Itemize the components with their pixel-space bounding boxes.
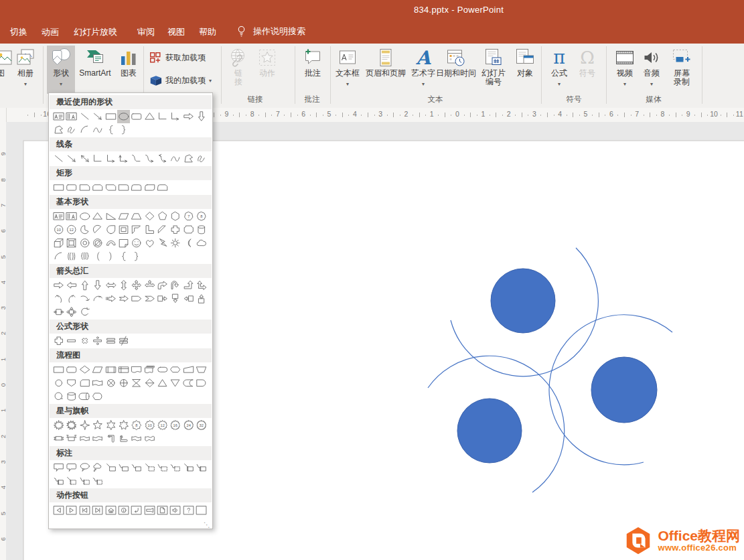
- shape-star-6-point[interactable]: [104, 419, 117, 431]
- shape-oval[interactable]: [117, 110, 130, 123]
- shape-line-arrow[interactable]: [65, 152, 78, 165]
- shape-arrow-curved-right[interactable]: [65, 292, 78, 305]
- shape-line[interactable]: [52, 152, 65, 165]
- shape-arrow-callout-up[interactable]: [195, 292, 208, 305]
- shape-plus[interactable]: [52, 334, 65, 347]
- shape-callout-cloud[interactable]: [91, 461, 104, 474]
- shape-left-brace[interactable]: [104, 123, 117, 136]
- menu-tab-0[interactable]: 切换: [10, 26, 27, 38]
- shape-ribbon-tilted-down[interactable]: [65, 432, 78, 445]
- shape-round-single-corner-rectangle[interactable]: [117, 181, 130, 194]
- shape-callout-line-2-no-border-accent[interactable]: [78, 474, 91, 487]
- shape-line[interactable]: [78, 110, 91, 123]
- shape-arrow-circular[interactable]: [78, 305, 91, 318]
- shape-freeform[interactable]: [182, 152, 195, 165]
- shape-elbow-arrow-connector[interactable]: [104, 152, 117, 165]
- shape-action-back[interactable]: [52, 504, 65, 516]
- shape-vertical-text-box[interactable]: [65, 110, 78, 123]
- shape-terminator[interactable]: [156, 363, 169, 376]
- shape-action-information[interactable]: [117, 504, 130, 516]
- shape-moon[interactable]: [182, 236, 195, 249]
- shape-collate[interactable]: [130, 376, 143, 389]
- shape-arrow-callout-left-right[interactable]: [52, 305, 65, 318]
- shape-star-4-point[interactable]: [78, 419, 91, 431]
- shape-double-bracket[interactable]: [65, 250, 78, 263]
- shape-sun[interactable]: [169, 236, 182, 249]
- shape-elbow-arrow-connector[interactable]: [169, 110, 182, 123]
- shape-document[interactable]: [130, 363, 143, 376]
- shape-arrow-pentagon[interactable]: [130, 292, 143, 305]
- shape-double-wave[interactable]: [143, 432, 156, 445]
- shape-action-end[interactable]: [91, 504, 104, 516]
- shape-half-frame[interactable]: [130, 223, 143, 236]
- shape-bevel[interactable]: [65, 236, 78, 249]
- shape-arrow-callout-down[interactable]: [169, 292, 182, 305]
- shape-callout-line-3[interactable]: [130, 461, 143, 474]
- shape-minus[interactable]: [65, 334, 78, 347]
- shape-arrow-down[interactable]: [91, 279, 104, 291]
- shape-arrow-notched-right[interactable]: [117, 292, 130, 305]
- shape-callout-oval[interactable]: [78, 461, 91, 474]
- ribbon-button-chart[interactable]: 图表: [115, 46, 142, 91]
- shape-snip-diagonal-corner-rectangle[interactable]: [104, 181, 117, 194]
- shape-delay[interactable]: [195, 376, 208, 389]
- shape-star-24-point[interactable]: 24: [182, 419, 195, 431]
- shape-regular-pentagon[interactable]: [156, 210, 169, 222]
- shape-heart[interactable]: [143, 236, 156, 249]
- ribbon-button-wordart[interactable]: A艺术字▾: [408, 46, 438, 91]
- menu-tab-1[interactable]: 动画: [42, 26, 59, 38]
- ribbon-button-photo-album[interactable]: 相册▾: [11, 46, 40, 91]
- shape-arrow-chevron[interactable]: [143, 292, 156, 305]
- shape-lightning-bolt[interactable]: [156, 236, 169, 249]
- shape-or[interactable]: [117, 376, 130, 389]
- shape-action-forward[interactable]: [65, 504, 78, 516]
- shape-block-arc[interactable]: [104, 236, 117, 249]
- shape-curve[interactable]: [169, 152, 182, 165]
- shape-stored-data[interactable]: [182, 376, 195, 389]
- shape-predefined-process[interactable]: [104, 363, 117, 376]
- shape-elbow-connector[interactable]: [156, 110, 169, 123]
- ribbon-button-text-box[interactable]: 文本框▾: [332, 46, 363, 91]
- shape-callout-line-3-accent[interactable]: [52, 474, 65, 487]
- shape-rectangle[interactable]: [104, 110, 117, 123]
- shape-curve[interactable]: [91, 123, 104, 136]
- shape-snip-single-corner-rectangle[interactable]: [78, 181, 91, 194]
- shape-folded-corner[interactable]: [117, 236, 130, 249]
- ribbon-button-slide-number[interactable]: 幻灯片编号: [475, 46, 512, 91]
- shape-star-16-point[interactable]: 16: [169, 419, 182, 431]
- shape-arrow-striped-right[interactable]: [104, 292, 117, 305]
- shape-l-shape[interactable]: [143, 223, 156, 236]
- shape-sort[interactable]: [143, 376, 156, 389]
- menu-tab-2[interactable]: 幻灯片放映: [74, 26, 117, 38]
- shape-right-bracket[interactable]: [104, 250, 117, 263]
- shape-merge[interactable]: [169, 376, 182, 389]
- shape-arrow-callout-left[interactable]: [182, 292, 195, 305]
- shape-arrow-down[interactable]: [195, 110, 208, 123]
- shape-arrow-left-up[interactable]: [195, 279, 208, 291]
- menu-tab-4[interactable]: 视图: [167, 26, 185, 38]
- shape-wave[interactable]: [130, 432, 143, 445]
- shape-parallelogram[interactable]: [117, 210, 130, 222]
- ribbon-button-my-addins[interactable]: 我的加载项▾: [149, 72, 225, 89]
- shape-action-movie[interactable]: [143, 504, 156, 516]
- shape-hexagon[interactable]: [169, 210, 182, 222]
- shape-arrow-u-turn[interactable]: [169, 279, 182, 291]
- shape-round-diagonal-corner-rectangle[interactable]: [143, 181, 156, 194]
- shape-display[interactable]: [91, 390, 104, 403]
- shape-chord[interactable]: [91, 223, 104, 236]
- shape-curved-double-arrow-connector[interactable]: [156, 152, 169, 165]
- shape-text-box[interactable]: [52, 210, 65, 222]
- shape-not-equal[interactable]: [117, 334, 130, 347]
- shape-octagon[interactable]: 8: [195, 210, 208, 222]
- shape-manual-operation[interactable]: [195, 363, 208, 376]
- shape-donut[interactable]: [78, 236, 91, 249]
- shape-sequential-access-storage[interactable]: [52, 390, 65, 403]
- shape-equal[interactable]: [104, 334, 117, 347]
- shape-horizontal-scroll[interactable]: [117, 432, 130, 445]
- slide-circle-shape[interactable]: [591, 357, 657, 423]
- shape-connector[interactable]: [52, 376, 65, 389]
- shape-text-box[interactable]: [52, 110, 65, 123]
- shape-star-7-point[interactable]: [117, 419, 130, 431]
- shape-callout-line-1-no-border[interactable]: [143, 461, 156, 474]
- ribbon-button-video[interactable]: 视频▾: [611, 46, 639, 91]
